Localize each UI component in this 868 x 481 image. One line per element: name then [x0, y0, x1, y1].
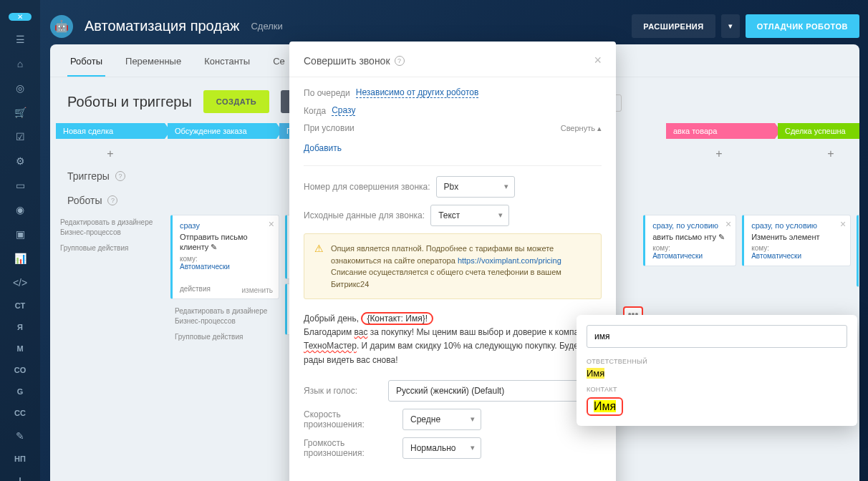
add-condition[interactable]: Добавить: [304, 140, 602, 162]
sidebar-collapse[interactable]: ✕: [9, 13, 32, 21]
debug-button[interactable]: ОТЛАДЧИК РОБОТОВ: [746, 14, 859, 38]
robot-card-6[interactable]: сразу, по у Удалить элем процесса кому: …: [857, 215, 859, 287]
speed-select[interactable]: Средне: [402, 409, 481, 430]
contact-tag[interactable]: {Контакт: Имя}!: [361, 312, 433, 325]
sidebar-ct[interactable]: СТ: [15, 301, 25, 310]
pricing-link[interactable]: https://voximplant.com/pricing: [458, 256, 561, 265]
contact-icon[interactable]: ▭: [11, 180, 29, 191]
add-trigger-5[interactable]: +: [665, 147, 773, 160]
create-button[interactable]: СОЗДАТЬ: [203, 90, 269, 113]
cart-icon[interactable]: 🛒: [11, 107, 29, 118]
section-title: Роботы и триггеры: [67, 94, 192, 110]
warning-box: ⚠ Опция является платной. Подробнее с та…: [304, 233, 602, 299]
warning-icon: ⚠: [314, 243, 324, 290]
robots-label: Роботы: [67, 195, 102, 206]
edit-icon[interactable]: ✎: [11, 430, 29, 442]
meta-group[interactable]: Групповые действия: [56, 240, 165, 256]
target-icon[interactable]: ◎: [11, 82, 29, 94]
field-picker-popup: ОТВЕТСТВЕННЫЙ Имя КОНТАКТ Имя: [577, 315, 857, 426]
page-subtitle[interactable]: Сделки: [251, 21, 282, 31]
sidebar-ya[interactable]: Я: [17, 323, 23, 331]
add-trigger-6[interactable]: +: [776, 147, 859, 160]
collapse-link[interactable]: Свернуть ▴: [561, 124, 602, 133]
page-title: Автоматизация продаж: [85, 18, 239, 34]
code-icon[interactable]: </>: [11, 277, 29, 288]
sidebar-i[interactable]: I: [19, 476, 21, 481]
close-icon[interactable]: ×: [840, 218, 846, 230]
tab-variables[interactable]: Переменные: [122, 56, 184, 77]
tab-se[interactable]: Се: [270, 56, 288, 77]
stage-success[interactable]: Сделка успешна: [778, 123, 859, 139]
app-icon: 🤖: [50, 15, 73, 38]
close-icon[interactable]: ×: [725, 218, 731, 230]
extensions-button[interactable]: РАСШИРЕНИЯ: [632, 14, 715, 38]
chart-icon[interactable]: 📊: [11, 253, 29, 264]
queue-link[interactable]: Независимо от других роботов: [356, 87, 479, 98]
robot-card-4[interactable]: × сразу, по условию авить письмо нту ✎ к…: [643, 215, 736, 266]
volume-select[interactable]: Нормально: [402, 437, 481, 459]
group-contact: КОНТАКТ: [587, 386, 847, 393]
stage-discuss[interactable]: Обсуждение заказа: [168, 123, 276, 139]
item-responsible-name[interactable]: Имя: [587, 366, 847, 380]
modal-title: Совершить звонок: [304, 55, 390, 67]
call-modal: Совершить звонок ? × По очереди Независи…: [289, 42, 616, 481]
sidebar-cc[interactable]: CC: [14, 409, 26, 417]
close-icon[interactable]: ×: [269, 218, 274, 230]
help-icon2[interactable]: ?: [107, 195, 117, 205]
meta-designer2[interactable]: Редактировать в дизайнере Бизнес-процесс…: [170, 303, 279, 329]
meta-group2[interactable]: Групповые действия: [170, 329, 279, 345]
group-responsible: ОТВЕТСТВЕННЫЙ: [587, 358, 847, 365]
folder-icon[interactable]: ▣: [11, 228, 29, 240]
extensions-dropdown[interactable]: ▾: [721, 14, 740, 38]
sidebar-g[interactable]: G: [17, 387, 24, 396]
when-link[interactable]: Сразу: [332, 105, 355, 116]
modal-help-icon[interactable]: ?: [395, 56, 405, 66]
robot-card-5[interactable]: × сразу, по условию Изменить элемент ком…: [742, 215, 851, 266]
tab-constants[interactable]: Константы: [201, 56, 253, 77]
triggers-label: Триггеры: [67, 170, 110, 182]
stage-new[interactable]: Новая сделка: [56, 123, 165, 139]
android-icon[interactable]: ◉: [11, 204, 29, 215]
robot-card-1[interactable]: × сразу Отправить письмо клиенту ✎ кому:…: [170, 215, 279, 299]
search-input[interactable]: [587, 325, 847, 348]
stage-delivery[interactable]: авка товара: [666, 123, 775, 139]
sidebar-np[interactable]: НП: [14, 455, 26, 463]
number-select[interactable]: Pbx: [436, 176, 515, 198]
help-icon[interactable]: ?: [115, 171, 125, 181]
sidebar-co[interactable]: CO: [14, 366, 26, 374]
item-contact-name[interactable]: Имя: [587, 397, 623, 416]
modal-close[interactable]: ×: [594, 53, 602, 68]
message-text[interactable]: Добрый день, {Контакт: Имя}! Благодарим …: [304, 306, 602, 373]
lang-select[interactable]: Русский (женский) (Default): [388, 380, 602, 402]
check-icon[interactable]: ☑: [11, 131, 29, 142]
tab-robots[interactable]: Роботы: [67, 56, 105, 77]
add-trigger-1[interactable]: +: [56, 147, 165, 160]
source-select[interactable]: Текст: [430, 205, 509, 226]
meta-designer[interactable]: Редактировать в дизайнере Бизнес-процесс…: [56, 215, 165, 240]
filter-icon[interactable]: ☰: [11, 34, 29, 45]
home-icon[interactable]: ⌂: [11, 58, 29, 69]
sidebar-m[interactable]: М: [16, 344, 23, 353]
settings-icon[interactable]: ⚙: [11, 155, 29, 167]
